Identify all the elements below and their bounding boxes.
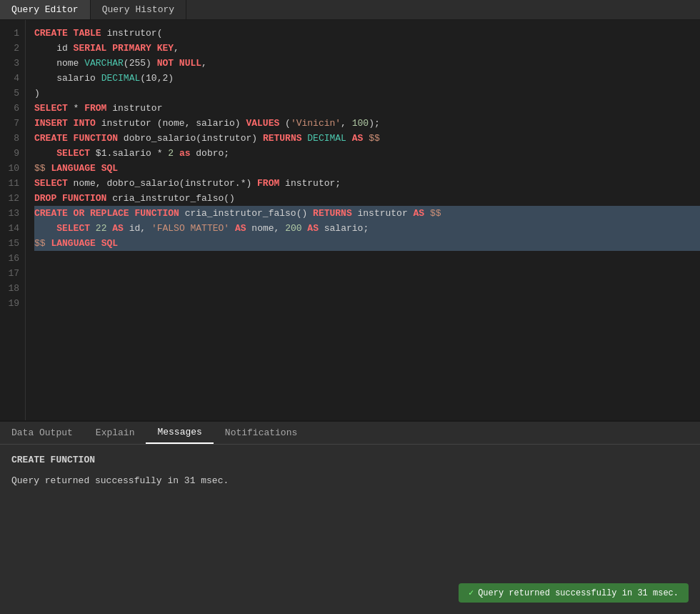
code-line-5: ) [34, 86, 700, 101]
bottom-content: CREATE FUNCTION Query returned successfu… [0, 445, 700, 497]
tab-messages[interactable]: Messages [146, 422, 213, 444]
status-bar: ✓ Query returned successfully in 31 msec… [459, 583, 689, 603]
code-line-6: SELECT * FROM instrutor [34, 101, 700, 116]
code-line-9: CREATE FUNCTION dobro_salario(instrutor)… [34, 131, 700, 146]
bottom-tab-bar: Data Output Explain Messages Notificatio… [0, 422, 700, 445]
tab-query-history[interactable]: Query History [91, 0, 186, 19]
code-content: CREATE TABLE instrutor( id SERIAL PRIMAR… [26, 20, 700, 420]
tab-query-editor[interactable]: Query Editor [0, 0, 91, 19]
check-icon: ✓ [469, 588, 474, 598]
messages-line1: CREATE FUNCTION [11, 453, 689, 468]
messages-line2: Query returned successfully in 31 msec. [11, 474, 689, 489]
status-toast: ✓ Query returned successfully in 31 msec… [459, 583, 689, 603]
code-line-17: CREATE OR REPLACE FUNCTION cria_instruto… [34, 206, 700, 221]
code-line-15: DROP FUNCTION cria_instrutor_falso() [34, 191, 700, 206]
code-line-3: nome VARCHAR(255) NOT NULL, [34, 56, 700, 71]
code-lines: 1 2 3 4 5 6 7 8 9 10 11 12 13 14 15 16 1… [0, 20, 700, 420]
tab-explain[interactable]: Explain [84, 422, 146, 444]
editor-area[interactable]: 1 2 3 4 5 6 7 8 9 10 11 12 13 14 15 16 1… [0, 20, 700, 420]
code-line-13: SELECT nome, dobro_salario(instrutor.*) … [34, 176, 700, 191]
code-line-7: INSERT INTO instrutor (nome, salario) VA… [34, 116, 700, 131]
code-line-1: CREATE TABLE instrutor( [34, 26, 700, 41]
tab-bar: Query Editor Query History [0, 0, 700, 20]
code-line-2: id SERIAL PRIMARY KEY, [34, 41, 700, 56]
code-line-4: salario DECIMAL(10,2) [34, 71, 700, 86]
code-line-11: $$ LANGUAGE SQL [34, 161, 700, 176]
tab-data-output[interactable]: Data Output [0, 422, 84, 444]
line-numbers: 1 2 3 4 5 6 7 8 9 10 11 12 13 14 15 16 1… [0, 20, 26, 420]
code-line-19: $$ LANGUAGE SQL [34, 236, 700, 251]
tab-notifications[interactable]: Notifications [214, 422, 309, 444]
code-line-18: SELECT 22 AS id, 'FALSO MATTEO' AS nome,… [34, 221, 700, 236]
toast-text: Query returned successfully in 31 msec. [478, 588, 679, 598]
code-line-10: SELECT $1.salario * 2 as dobro; [34, 146, 700, 161]
